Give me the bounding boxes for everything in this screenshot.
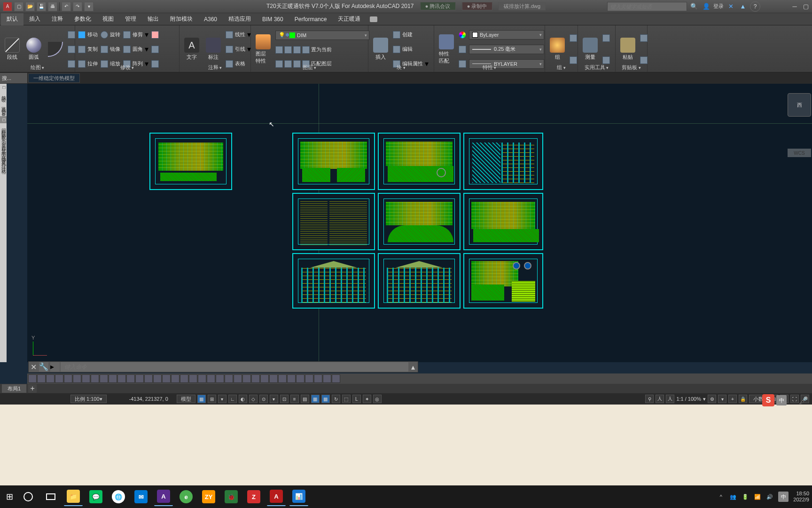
trim-button[interactable]: 修剪 ▾ (123, 30, 148, 40)
move-button[interactable]: 移动 (78, 30, 98, 40)
lwt-toggle[interactable]: ≡ (290, 395, 299, 403)
polar-toggle[interactable]: ◐ (239, 395, 247, 403)
layer-icon-3[interactable] (293, 46, 301, 54)
anno-scale-icon[interactable]: 人 (656, 395, 664, 403)
ts-btn[interactable] (162, 374, 171, 383)
tab-performance[interactable]: Performance (289, 13, 333, 25)
snap-menu[interactable]: ▾ (218, 395, 226, 403)
qat-new[interactable]: ▢ (14, 2, 23, 11)
ts-btn[interactable] (198, 374, 206, 383)
taskbar-app-zy[interactable]: ZY (199, 487, 218, 506)
taskbar-app-bug[interactable]: 🐞 (222, 487, 241, 506)
color-wheel-icon[interactable] (459, 31, 466, 39)
panel-group-label[interactable]: 组 (545, 64, 578, 71)
ts-btn[interactable] (126, 374, 135, 383)
tab-tangent[interactable]: 天正暖通 (332, 13, 366, 25)
copy-button[interactable]: 复制 (78, 44, 98, 55)
search-input[interactable] (607, 2, 687, 11)
qat-undo[interactable]: ↶ (62, 2, 71, 11)
tab-manage[interactable]: 管理 (119, 13, 142, 25)
layer-icon-2[interactable] (284, 46, 292, 54)
taskbar-app-chrome[interactable]: 🌐 (109, 487, 128, 506)
tab-insert[interactable]: 插入 (23, 13, 46, 25)
ime-lang-box[interactable]: 中 (776, 395, 787, 405)
drawing-tab[interactable]: 一维稳定传热模型 (28, 73, 80, 83)
panel-block-label[interactable]: 块 (368, 64, 434, 71)
vertical-toolbar[interactable]: □筑暖□路具管备□□间料暖荷配片力力算力释览水图点线理夏风注注注格 (0, 84, 7, 362)
make-current-button[interactable]: 置为当前 (311, 46, 332, 54)
lock-icon[interactable]: 🔒 (739, 395, 747, 403)
ts-btn[interactable] (153, 374, 162, 383)
cmd-history-icon[interactable]: ▴ (408, 363, 418, 372)
3d-osnap-toggle[interactable]: ⬚ (342, 395, 351, 403)
app-menu-button[interactable]: A (3, 2, 12, 11)
taskbar-app-e[interactable]: e (177, 487, 195, 506)
copy-clip-icon[interactable] (640, 56, 648, 64)
qat-more[interactable]: ▾ (84, 2, 94, 11)
ts-btn[interactable] (171, 374, 180, 383)
ortho-toggle[interactable]: ∟ (228, 395, 237, 403)
tab-a360[interactable]: A360 (198, 13, 223, 25)
panel-clip-label[interactable]: 剪贴板 (616, 64, 647, 71)
panel-layer-label[interactable]: 图层 (251, 64, 368, 71)
minimize-button[interactable]: ─ (789, 1, 800, 12)
ts-btn[interactable] (207, 374, 215, 383)
panel-draw-label[interactable]: 绘图 (0, 64, 75, 71)
lineweight-icon[interactable] (459, 46, 466, 53)
taskbar-app-chart[interactable]: 📊 (289, 487, 308, 506)
tab-featured[interactable]: 精选应用 (223, 13, 257, 25)
ts-btn[interactable] (180, 374, 188, 383)
tray-people-icon[interactable]: 👥 (729, 493, 737, 500)
erase-icon[interactable] (151, 31, 159, 39)
qs-toggle[interactable]: ▦ (321, 395, 330, 403)
camera-icon[interactable] (370, 16, 377, 22)
ts-btn[interactable] (314, 374, 322, 383)
explode-icon[interactable] (151, 46, 159, 53)
cut-icon[interactable] (640, 34, 648, 42)
ts-btn[interactable] (242, 374, 251, 383)
hatch-icon[interactable] (68, 46, 75, 53)
maximize-button[interactable]: ▢ (801, 1, 811, 12)
viewcube-wcs[interactable]: WCS (788, 149, 811, 157)
taskbar-app-mail[interactable]: ✉ (132, 487, 150, 506)
tray-ime-icon[interactable]: 中 (778, 492, 789, 502)
cmd-wrench-icon[interactable]: 🔧 (39, 362, 48, 372)
ts-btn[interactable] (46, 374, 55, 383)
tab-default[interactable]: 默认 (1, 13, 23, 25)
fillet-button[interactable]: 圆角 ▾ (123, 44, 148, 55)
ts-btn[interactable] (91, 374, 99, 383)
sogou-ime-icon[interactable]: S (762, 394, 774, 406)
taskbar-app-wechat[interactable]: 💬 (86, 487, 105, 506)
calc-icon[interactable] (602, 56, 610, 64)
ts-btn[interactable] (260, 374, 269, 383)
ts-btn[interactable] (109, 374, 117, 383)
taskbar-app-z[interactable]: Z (244, 487, 263, 506)
ts-btn[interactable] (64, 374, 72, 383)
help-icon[interactable]: ? (750, 1, 760, 12)
layer-dropdown[interactable]: 💡❄DIM (275, 31, 369, 40)
ts-btn[interactable] (135, 374, 144, 383)
ungroup-icon[interactable] (570, 34, 577, 42)
taskbar-app-a[interactable]: A (154, 487, 173, 506)
cortana-button[interactable] (19, 487, 38, 506)
tab-parametric[interactable]: 参数化 (69, 13, 97, 25)
panel-props-label[interactable]: 特性 (434, 64, 545, 71)
ts-btn[interactable] (287, 374, 296, 383)
grid-toggle[interactable]: ▦ (197, 395, 206, 403)
lineweight-dropdown[interactable]: 0.25 毫米 (469, 45, 544, 54)
osnap-toggle[interactable]: ⊙ (259, 395, 268, 403)
scale-dropdown[interactable]: 比例 1:100 ▾ (70, 395, 107, 403)
layout-add-button[interactable]: + (28, 384, 37, 393)
ts-btn[interactable] (82, 374, 90, 383)
tray-chevron-icon[interactable]: ^ (717, 493, 725, 500)
annotation-scale[interactable]: 1:1 / 100% (676, 396, 701, 402)
command-line[interactable]: ✕ 🔧 ▸ ▴ (28, 361, 418, 373)
iso-toggle[interactable]: ◇ (249, 395, 258, 403)
qat-open[interactable]: 📂 (25, 2, 35, 11)
taskbar-app-autocad[interactable]: A (267, 487, 286, 506)
rotate-button[interactable]: 旋转 (101, 30, 120, 40)
select-icon[interactable] (602, 34, 610, 42)
tab-bim360[interactable]: BIM 360 (257, 13, 289, 25)
layer-icon-4[interactable] (302, 46, 310, 54)
edit-block-button[interactable]: 编辑 (393, 44, 429, 55)
